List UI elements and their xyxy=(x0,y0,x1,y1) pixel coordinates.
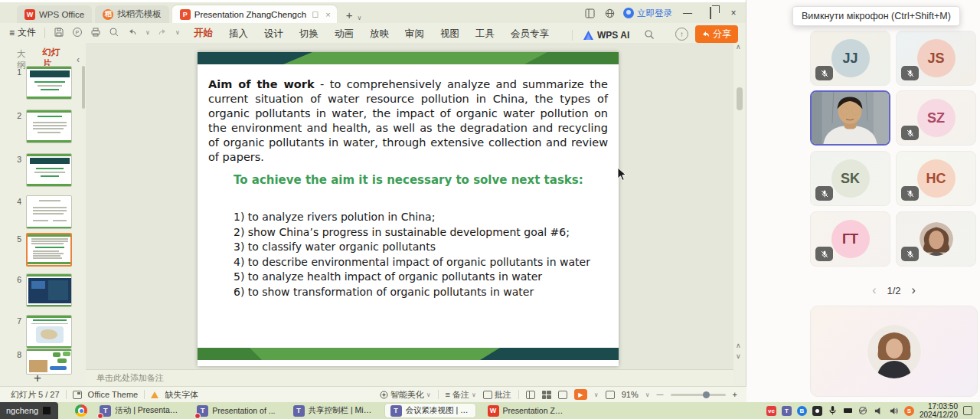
thumbnail-scrollbar[interactable] xyxy=(82,66,85,109)
slide-thumbnail-1[interactable] xyxy=(26,66,72,100)
restore-button[interactable] xyxy=(703,8,718,18)
notes-input[interactable]: 单击此处添加备注 xyxy=(86,369,733,386)
participant-tile-video-speaker[interactable] xyxy=(810,90,890,146)
page-next-icon[interactable]: › xyxy=(912,283,916,297)
pin-icon[interactable]: ◻ xyxy=(310,9,320,19)
upload-icon[interactable]: ↑ xyxy=(675,28,688,41)
tray-recorder-icon[interactable] xyxy=(812,406,822,416)
zoom-percent[interactable]: 91% xyxy=(622,390,639,399)
taskbar-clock[interactable]: 17:03:50 2024/12/20 xyxy=(920,402,958,419)
tab-list-caret-icon[interactable]: ∨ xyxy=(357,15,361,23)
export-pdf-icon[interactable]: P xyxy=(72,27,83,38)
slide-thumbnail-3[interactable] xyxy=(26,153,72,187)
participant-tile-js[interactable]: JS xyxy=(896,31,976,86)
participant-tile-gt[interactable]: ГТ xyxy=(810,211,890,267)
tasks-heading[interactable]: To achieve the aim it is necessary to so… xyxy=(234,173,583,187)
vertical-scrollbar[interactable]: ∧ ∧ ∨ xyxy=(733,43,746,385)
slide-thumbnail-2[interactable] xyxy=(26,110,72,143)
notes-button[interactable]: ≡ 备注 ∨ xyxy=(446,389,476,401)
close-window-button[interactable]: × xyxy=(726,8,741,18)
globe-icon[interactable] xyxy=(603,7,616,19)
menu-tab-home[interactable]: 开始 xyxy=(193,25,214,44)
tab-wps-office[interactable]: W WPS Office xyxy=(17,5,92,23)
zoom-caret-icon[interactable]: ∨ xyxy=(645,391,650,398)
slideshow-play-button[interactable]: ▶ xyxy=(574,389,587,400)
taskbar-item-teams-activity[interactable]: T 活动 | Presentatio... xyxy=(94,404,185,417)
slide-thumbnail-4[interactable] xyxy=(26,195,72,229)
participant-tile-large[interactable] xyxy=(810,306,978,397)
search-icon[interactable] xyxy=(644,29,655,41)
new-tab-button[interactable]: + xyxy=(343,8,356,23)
menu-tab-review[interactable]: 审阅 xyxy=(404,26,425,44)
tab-presentation-document[interactable]: P Presentation ZhangChengch ◻ × xyxy=(172,5,337,23)
add-slide-button[interactable]: + xyxy=(34,371,41,386)
menu-tab-animation[interactable]: 动画 xyxy=(334,26,354,44)
zoom-out-button[interactable]: — xyxy=(657,391,664,398)
participant-tile-sz[interactable]: SZ xyxy=(896,90,976,146)
comments-button[interactable]: 批注 xyxy=(483,389,511,401)
zoom-in-button[interactable]: + xyxy=(733,390,737,399)
network-disconnected-icon[interactable] xyxy=(858,406,868,416)
slide-thumbnail-7[interactable] xyxy=(26,315,72,349)
slide-thumbnail-6[interactable] xyxy=(26,273,72,307)
print-preview-icon[interactable] xyxy=(109,27,120,38)
missing-font-label[interactable]: 缺失字体 xyxy=(165,389,198,401)
redo-icon[interactable] xyxy=(157,27,168,38)
menu-tab-member[interactable]: 会员专享 xyxy=(510,26,550,44)
microphone-icon[interactable] xyxy=(828,406,838,416)
tray-app-red-icon[interactable]: ve xyxy=(766,406,776,416)
close-tab-icon[interactable]: × xyxy=(324,10,332,19)
menu-tab-view[interactable]: 视图 xyxy=(439,26,460,44)
scrollbar-thumb[interactable] xyxy=(737,87,743,110)
fit-to-window-icon[interactable] xyxy=(606,391,615,399)
taskbar-item-teams-sharebar[interactable]: T 共享控制栏 | Micr... xyxy=(288,404,378,417)
menu-tab-transition[interactable]: 切换 xyxy=(299,26,319,44)
participant-tile-hc[interactable]: HC xyxy=(896,151,976,206)
taskbar-item-wps-presentation[interactable]: W Presentation Zha... xyxy=(482,404,573,417)
current-slide[interactable]: Aim of the work - to comprehensively ana… xyxy=(198,52,619,366)
chrome-icon[interactable] xyxy=(75,404,87,417)
zoom-slider-knob[interactable] xyxy=(703,391,710,398)
previous-slide-icon[interactable]: ∧ xyxy=(736,342,741,349)
play-options-caret-icon[interactable]: ∨ xyxy=(594,391,599,398)
layout-mode-icon[interactable] xyxy=(583,7,596,19)
normal-view-icon[interactable] xyxy=(526,391,535,399)
slide-thumbnail-5-selected[interactable] xyxy=(26,233,72,267)
sunlogin-icon[interactable]: S xyxy=(904,406,914,416)
bluetooth-icon[interactable]: B xyxy=(797,406,807,416)
participant-tile-jj[interactable]: JJ xyxy=(810,31,890,86)
menu-tab-slideshow[interactable]: 放映 xyxy=(369,26,390,44)
undo-caret-icon[interactable]: ∨ xyxy=(145,29,150,36)
device-icon[interactable] xyxy=(843,406,853,416)
tray-teams-icon[interactable]: T xyxy=(782,406,792,416)
file-menu-button[interactable]: ≡ 文件 xyxy=(9,26,36,39)
taskbar-item-teams-presentation[interactable]: T Presentation of ... xyxy=(191,404,280,417)
taskbar-open-window[interactable]: ngcheng xyxy=(0,402,58,419)
share-button[interactable]: 分享 xyxy=(695,25,738,43)
login-button[interactable]: 立即登录 xyxy=(623,8,672,19)
beautify-button[interactable]: 智能美化 ∨ xyxy=(380,389,431,401)
menu-tab-insert[interactable]: 插入 xyxy=(228,26,249,44)
slide-sorter-view-icon[interactable] xyxy=(542,391,551,399)
theme-name[interactable]: Office Theme xyxy=(88,390,139,399)
wps-ai-button[interactable]: WPS AI xyxy=(572,30,629,41)
task-list[interactable]: 1) to analyze rivers polution in China; … xyxy=(234,210,590,300)
participant-tile-sk[interactable]: SK xyxy=(810,151,890,206)
participant-tile-photo[interactable] xyxy=(896,211,976,267)
collapse-panel-icon[interactable]: ‹ xyxy=(77,54,80,65)
zoom-slider[interactable] xyxy=(671,394,726,396)
notification-center-icon[interactable] xyxy=(963,406,972,415)
page-previous-icon[interactable]: ‹ xyxy=(872,283,876,297)
undo-icon[interactable] xyxy=(127,27,139,38)
menu-tab-design[interactable]: 设计 xyxy=(263,26,284,44)
menu-tab-tools[interactable]: 工具 xyxy=(475,26,495,44)
print-icon[interactable] xyxy=(90,27,102,38)
next-slide-icon[interactable]: ∨ xyxy=(736,352,741,360)
slide-aim-paragraph[interactable]: Aim of the work - to comprehensively ana… xyxy=(208,77,608,165)
tab-docer-templates[interactable]: 稻 找稻壳模板 xyxy=(95,5,169,23)
reading-view-icon[interactable] xyxy=(558,391,567,399)
save-icon[interactable] xyxy=(54,27,65,38)
minimize-button[interactable]: — xyxy=(680,8,695,18)
scroll-up-icon[interactable]: ∧ xyxy=(736,43,741,51)
taskbar-item-teams-compact-view[interactable]: T 会议紧凑视图 | Pre... xyxy=(385,404,475,417)
